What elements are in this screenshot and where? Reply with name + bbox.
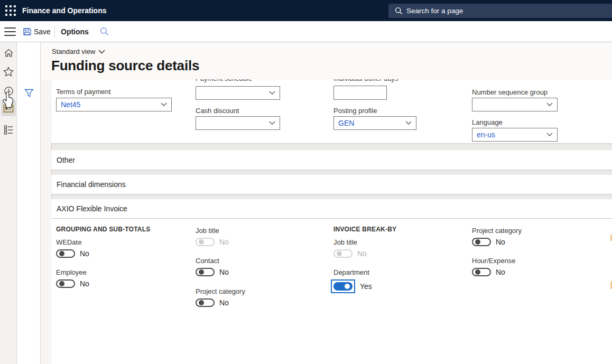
project-category-toggle[interactable] (196, 298, 215, 307)
save-icon (23, 27, 31, 36)
toggle-field-contact: Contact No (196, 257, 229, 276)
toggle-state: No (496, 238, 505, 246)
home-icon (4, 48, 14, 58)
wedate-toggle[interactable] (56, 249, 75, 258)
axio-section-body: GROUPING AND SUB-TOTALS INVOICE BREAK-BY… (51, 218, 612, 364)
page-search-input[interactable] (406, 7, 581, 15)
toggle-state: No (219, 238, 229, 246)
search-icon (100, 27, 109, 36)
section-label: AXIO Flexible Invoice (57, 204, 127, 213)
toggle-state: No (496, 268, 505, 276)
top-bar: Finance and Operations (0, 0, 612, 21)
cash-discount-combobox[interactable] (196, 116, 280, 130)
home-button[interactable] (0, 45, 17, 60)
language-combobox[interactable]: en-us (472, 128, 558, 142)
forms-button[interactable] (1, 100, 16, 116)
form-window-icon (3, 104, 14, 113)
hour-expense-toggle[interactable] (472, 268, 491, 276)
toolbar-search-button[interactable] (100, 21, 109, 42)
waffle-icon (5, 5, 16, 16)
toggle-state: No (219, 298, 229, 307)
job-title-breakby-toggle (333, 249, 353, 258)
page-header: Standard view Funding source details (41, 42, 612, 79)
toggle-state: No (357, 249, 367, 258)
posting-profile-value: GEN (338, 119, 354, 127)
chevron-down-icon (161, 102, 167, 107)
contact-toggle[interactable] (196, 268, 215, 276)
filter-rail (17, 42, 41, 364)
terms-of-payment-value: Net45 (61, 100, 80, 109)
nav-hamburger-button[interactable] (4, 27, 16, 36)
toggle-label: WEDate (56, 238, 89, 246)
page-title: Funding source details (51, 58, 199, 74)
view-selector[interactable]: Standard view (52, 48, 105, 55)
view-selector-label: Standard view (52, 48, 95, 55)
employee-toggle[interactable] (56, 279, 75, 288)
section-header-other[interactable]: Other (51, 150, 612, 170)
chevron-down-icon (546, 133, 553, 137)
search-icon (395, 7, 403, 15)
posting-profile-combobox[interactable]: GEN (333, 116, 416, 130)
list-icon (4, 125, 14, 135)
section-header-financial-dimensions[interactable]: Financial dimensions (51, 175, 612, 194)
group-header-invoice-break-by: INVOICE BREAK-BY (333, 226, 396, 233)
save-button[interactable]: Save (23, 21, 51, 42)
field-label: Number sequence group (472, 88, 548, 96)
action-toolbar: Save Options (0, 21, 612, 42)
star-icon (3, 67, 14, 77)
chevron-down-icon (98, 50, 105, 54)
terms-of-payment-combobox[interactable]: Net45 (56, 98, 172, 111)
toggle-label: Job title (196, 227, 229, 235)
page-search-box[interactable] (388, 4, 612, 18)
chevron-down-icon (405, 121, 412, 125)
toggle-label: Department (333, 268, 372, 276)
filter-pane-button[interactable] (23, 87, 35, 99)
toggle-state: No (80, 279, 89, 288)
job-title-toggle (196, 238, 215, 246)
toggle-state: No (80, 249, 89, 258)
individual-buffer-days-input[interactable] (333, 86, 387, 100)
toggle-field-department: Department Yes (333, 268, 372, 293)
nav-rail (0, 42, 17, 364)
toggle-label: Contact (196, 257, 229, 265)
toggle-field-employee: Employee No (56, 268, 89, 288)
group-header-grouping-subtotals: GROUPING AND SUB-TOTALS (56, 226, 150, 233)
options-button[interactable]: Options (61, 21, 89, 42)
field-label-clipped: Payment schedule (196, 79, 252, 82)
section-label: Financial dimensions (57, 180, 126, 189)
clock-icon (4, 86, 14, 96)
toggle-field-project-category-2: Project category No (472, 227, 522, 246)
filter-funnel-icon (24, 89, 34, 98)
toggle-field-project-category: Project category No (196, 287, 245, 307)
section-header-axio-flexible-invoice[interactable]: AXIO Flexible Invoice (51, 199, 612, 218)
toggle-state: No (219, 268, 229, 276)
app-launcher-button[interactable] (0, 0, 21, 21)
field-label: Language (472, 118, 503, 126)
project-category-2-toggle[interactable] (472, 238, 491, 246)
toggle-field-job-title: Job title No (196, 227, 229, 246)
chevron-down-icon (269, 121, 275, 125)
field-label-clipped: Individual buffer days (333, 79, 398, 82)
options-button-label: Options (61, 27, 89, 36)
payment-schedule-combobox[interactable] (196, 86, 280, 100)
toggle-label: Employee (56, 268, 89, 276)
workspaces-list-button[interactable] (0, 122, 17, 137)
recent-button[interactable] (0, 83, 17, 98)
toggle-state: Yes (360, 282, 372, 291)
chevron-down-icon (546, 102, 553, 107)
field-label: Cash discount (196, 107, 239, 115)
field-label: Terms of payment (56, 88, 110, 96)
toggle-label: Project category (472, 227, 522, 235)
toolbar-divider (54, 26, 55, 38)
toggle-field-wedate: WEDate No (56, 238, 89, 258)
save-button-label: Save (34, 27, 51, 36)
focus-ring (331, 279, 355, 293)
section-label: Other (57, 156, 75, 164)
field-label: Posting profile (333, 107, 377, 115)
chevron-down-icon (269, 91, 275, 95)
language-value: en-us (477, 130, 495, 139)
toggle-label: Job title (333, 238, 367, 246)
favorites-button[interactable] (0, 64, 17, 79)
number-sequence-group-combobox[interactable] (472, 98, 558, 111)
department-toggle[interactable] (333, 282, 353, 291)
